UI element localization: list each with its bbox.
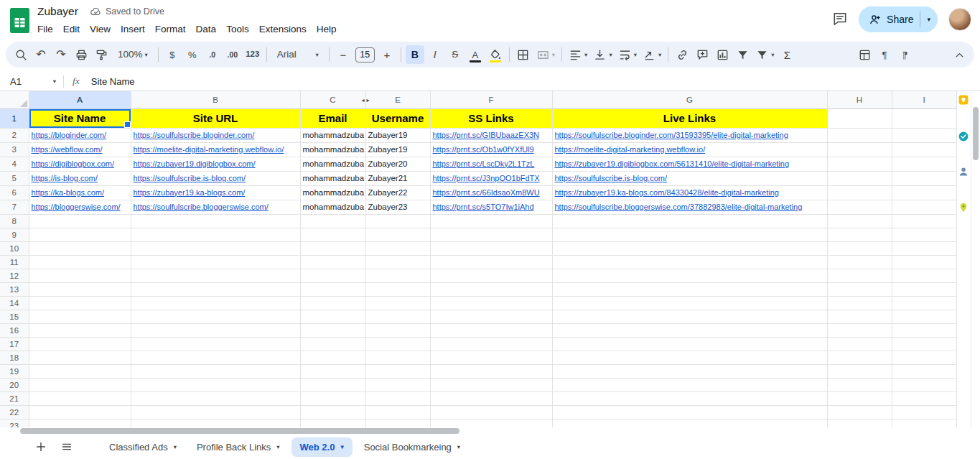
- cell-H17[interactable]: [827, 337, 892, 351]
- cell-C23[interactable]: [300, 419, 365, 427]
- cell-I23[interactable]: [892, 419, 956, 427]
- cell-F8[interactable]: [430, 214, 552, 228]
- cell-I16[interactable]: [892, 323, 956, 337]
- keep-icon[interactable]: [958, 94, 969, 106]
- column-header-B[interactable]: B: [131, 91, 300, 108]
- cell-G15[interactable]: [552, 310, 827, 323]
- cell-A16[interactable]: [29, 323, 131, 337]
- cell-B7[interactable]: https://soulfulscribe.bloggerswise.com/: [131, 200, 300, 214]
- cell-G17[interactable]: [552, 337, 827, 351]
- cell-B16[interactable]: [131, 323, 300, 337]
- add-sheet-button[interactable]: [30, 436, 52, 458]
- cell-F12[interactable]: [430, 269, 552, 282]
- sheet-tab-profile-back-links[interactable]: Profile Back Links▾: [188, 437, 289, 457]
- share-button[interactable]: Share ▾: [859, 6, 938, 32]
- cell-E17[interactable]: [365, 337, 430, 351]
- cell-G14[interactable]: [552, 296, 827, 310]
- maps-icon[interactable]: [958, 202, 969, 213]
- cell-I1[interactable]: [892, 108, 956, 128]
- cell-I4[interactable]: [892, 157, 956, 171]
- row-header-17[interactable]: 17: [0, 337, 29, 351]
- row-header-11[interactable]: 11: [0, 255, 29, 269]
- cell-I10[interactable]: [892, 241, 956, 255]
- strikethrough-icon[interactable]: S: [446, 45, 465, 64]
- cell-G12[interactable]: [552, 269, 827, 282]
- cell-G9[interactable]: [552, 228, 827, 241]
- cell-C10[interactable]: [300, 241, 365, 255]
- search-icon[interactable]: [11, 45, 30, 64]
- vertical-scrollbar[interactable]: [971, 91, 980, 427]
- cell-G2[interactable]: https://soulfulscribe.bloginder.com/3159…: [552, 128, 827, 142]
- cell-I22[interactable]: [892, 405, 956, 419]
- cell-B22[interactable]: [131, 405, 300, 419]
- cell-C12[interactable]: [300, 269, 365, 282]
- cell-H15[interactable]: [827, 310, 892, 323]
- menu-extensions[interactable]: Extensions: [254, 22, 312, 36]
- cell-E2[interactable]: Zubayer19: [365, 128, 430, 142]
- cell-F13[interactable]: [430, 282, 552, 296]
- cell-E6[interactable]: Zubayer22: [365, 185, 430, 200]
- row-header-16[interactable]: 16: [0, 323, 29, 337]
- cell-I5[interactable]: [892, 171, 956, 185]
- insert-link-icon[interactable]: [673, 45, 691, 64]
- cell-A7[interactable]: https://bloggerswise.com/: [29, 200, 131, 214]
- cell-C18[interactable]: [300, 351, 365, 364]
- horizontal-align-icon[interactable]: ▾: [566, 45, 589, 64]
- cell-A17[interactable]: [29, 337, 131, 351]
- cell-F15[interactable]: [430, 310, 552, 323]
- redo-icon[interactable]: ↷: [52, 45, 70, 64]
- cell-E5[interactable]: Zubayer21: [365, 171, 430, 185]
- table-view-icon[interactable]: [855, 45, 874, 64]
- cell-E18[interactable]: [365, 351, 430, 364]
- cell-G1[interactable]: Live Links: [552, 108, 827, 128]
- cell-B17[interactable]: [131, 337, 300, 351]
- cell-B20[interactable]: [131, 378, 300, 391]
- sheet-tab-classified-ads[interactable]: Classified Ads▾: [101, 437, 185, 457]
- format-currency-icon[interactable]: $: [163, 45, 182, 64]
- cell-F16[interactable]: [430, 323, 552, 337]
- cell-F10[interactable]: [430, 241, 552, 255]
- functions-icon[interactable]: Σ: [778, 45, 797, 64]
- column-header-E[interactable]: E▸: [365, 91, 430, 108]
- cell-H1[interactable]: [827, 108, 892, 128]
- cell-C4[interactable]: mohammadzuba: [300, 157, 365, 171]
- zoom-select[interactable]: 100%▾: [112, 45, 154, 64]
- cell-E10[interactable]: [365, 241, 430, 255]
- column-header-I[interactable]: I: [892, 91, 956, 108]
- cell-F4[interactable]: https://prnt.sc/LscDky2L1TzL: [430, 157, 552, 171]
- text-rotation-icon[interactable]: ▾: [640, 45, 663, 64]
- row-header-12[interactable]: 12: [0, 269, 29, 282]
- cell-F9[interactable]: [430, 228, 552, 241]
- document-title[interactable]: Zubayer: [37, 5, 78, 18]
- row-header-22[interactable]: 22: [0, 405, 29, 419]
- cell-G7[interactable]: https://soulfulscribe.bloggerswise.com/3…: [552, 200, 827, 214]
- cell-E4[interactable]: Zubayer20: [365, 157, 430, 171]
- cell-I17[interactable]: [892, 337, 956, 351]
- cell-I14[interactable]: [892, 296, 956, 310]
- cell-E20[interactable]: [365, 378, 430, 391]
- cell-F3[interactable]: https://prnt.sc/Ob1w0fYXfUl9: [430, 142, 552, 157]
- cell-H8[interactable]: [827, 214, 892, 228]
- cell-F21[interactable]: [430, 391, 552, 405]
- cell-H16[interactable]: [827, 323, 892, 337]
- filter-views-icon[interactable]: ▾: [753, 45, 776, 64]
- create-filter-icon[interactable]: [733, 45, 752, 64]
- cell-B10[interactable]: [131, 241, 300, 255]
- cell-I8[interactable]: [892, 214, 956, 228]
- cell-H22[interactable]: [827, 405, 892, 419]
- cell-F23[interactable]: [430, 419, 552, 427]
- cell-A19[interactable]: [29, 364, 131, 378]
- cell-G22[interactable]: [552, 405, 827, 419]
- text-wrap-icon[interactable]: ▾: [616, 45, 639, 64]
- cell-I21[interactable]: [892, 391, 956, 405]
- cell-F2[interactable]: https://prnt.sc/GIBUbaazEX3N: [430, 128, 552, 142]
- cell-A2[interactable]: https://bloginder.com/: [29, 128, 131, 142]
- cell-C17[interactable]: [300, 337, 365, 351]
- cell-A5[interactable]: https://is-blog.com/: [29, 171, 131, 185]
- cell-A12[interactable]: [29, 269, 131, 282]
- decrease-font-size-icon[interactable]: −: [334, 45, 353, 64]
- cell-H14[interactable]: [827, 296, 892, 310]
- cell-A21[interactable]: [29, 391, 131, 405]
- format-percent-icon[interactable]: %: [183, 45, 202, 64]
- cell-A1[interactable]: Site Name: [29, 108, 131, 128]
